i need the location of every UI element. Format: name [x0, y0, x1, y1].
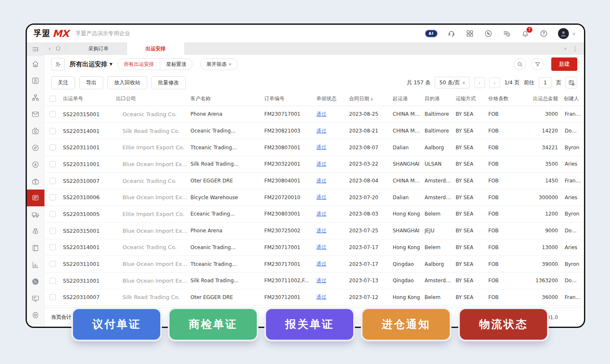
- table-row[interactable]: SS220315001Oceanic Trading Co.Phone Aren…: [44, 106, 584, 123]
- row-checkbox[interactable]: [50, 211, 56, 217]
- sidebar-item-reports-icon[interactable]: [27, 257, 44, 273]
- status-link[interactable]: 通过: [316, 128, 326, 134]
- help-icon[interactable]: [540, 29, 548, 38]
- task-history-icon[interactable]: [503, 29, 511, 38]
- follow-button[interactable]: 关注: [51, 76, 75, 89]
- create-button[interactable]: 新建: [551, 57, 577, 71]
- status-link[interactable]: 通过: [316, 161, 326, 167]
- status-link[interactable]: 通过: [316, 194, 326, 200]
- workflow-button-1[interactable]: 议付单证: [73, 309, 160, 340]
- avatar-chevron-icon[interactable]: ∨: [572, 31, 576, 36]
- sidebar-item-orders-icon[interactable]: [27, 123, 44, 140]
- row-checkbox[interactable]: [50, 244, 56, 250]
- row-checkbox[interactable]: [50, 261, 56, 267]
- workflow-button-5[interactable]: 物流状态: [460, 309, 547, 340]
- apps-grid-icon[interactable]: [466, 29, 474, 38]
- workflow-button-4[interactable]: 进仓通知: [362, 309, 450, 340]
- cell-transport: BY SEA: [456, 278, 488, 283]
- tab-purchase-orders[interactable]: 采购订单: [70, 42, 127, 55]
- table-row[interactable]: SS220311001Blue Ocean Import Export Co.S…: [44, 273, 584, 289]
- sort-icon[interactable]: ▲▼: [371, 97, 373, 101]
- workflow-button-2[interactable]: 商检单证: [169, 309, 257, 340]
- status-link[interactable]: 通过: [316, 261, 326, 267]
- page-size-select[interactable]: 50 条/页 ∨: [435, 77, 470, 88]
- filter-all-shipments[interactable]: 所有出运安排: [118, 59, 160, 70]
- ai-assistant-icon[interactable]: AI: [425, 30, 437, 37]
- row-checkbox[interactable]: [50, 161, 56, 167]
- status-link[interactable]: 通过: [316, 278, 326, 283]
- sidebar-collapse-icon[interactable]: [27, 42, 44, 56]
- status-link[interactable]: 通过: [316, 211, 326, 217]
- status-link[interactable]: 通过: [316, 228, 326, 234]
- table-row[interactable]: SS220314001Oceanic Trading Co.Oceanic Tr…: [44, 239, 584, 256]
- table-row[interactable]: SS220315001Blue Ocean Import Export Co.P…: [44, 223, 584, 239]
- table-row[interactable]: SS220310005Elite Import Export Co.Eceani…: [44, 206, 584, 223]
- recycle-bin-button[interactable]: 放入回收站: [107, 76, 147, 89]
- row-checkbox[interactable]: [50, 278, 56, 284]
- cell-terms: FOB: [488, 128, 520, 134]
- column-settings-icon[interactable]: [566, 77, 577, 88]
- table-row[interactable]: SS220311001Elite Import Export Co.Ttcean…: [44, 139, 584, 156]
- tab-shipping-arrangement[interactable]: 出运安排: [127, 42, 184, 55]
- goto-page-input[interactable]: [539, 77, 552, 88]
- filter-starred-top[interactable]: 星标置顶: [160, 59, 192, 70]
- sidebar-item-shipping-docs-icon[interactable]: [27, 190, 44, 206]
- sidebar-item-finance-case-icon[interactable]: [27, 173, 44, 190]
- status-link[interactable]: 通过: [316, 111, 326, 117]
- view-selector[interactable]: 所有出运安排 ▼: [70, 60, 112, 68]
- sidebar-item-marketing-icon[interactable]: [27, 156, 44, 173]
- row-checkbox[interactable]: [50, 111, 56, 117]
- sidebar-item-home-icon[interactable]: [27, 56, 44, 73]
- headset-support-icon[interactable]: [447, 29, 456, 38]
- topbar: 孚盟 MX 孚盟产品演示专用企业 AI 7: [27, 25, 584, 42]
- sidebar-item-mail-icon[interactable]: [27, 106, 44, 123]
- filter-funnel-icon[interactable]: [531, 58, 544, 70]
- sidebar-item-discover-icon[interactable]: [27, 139, 44, 156]
- table-row[interactable]: SS220311001Blue Ocean Import Export Co.S…: [44, 156, 584, 173]
- status-link[interactable]: 通过: [316, 294, 326, 300]
- whatsapp-icon[interactable]: [484, 29, 493, 38]
- back-chevron-icon[interactable]: ‹: [49, 46, 51, 52]
- status-link[interactable]: 通过: [316, 144, 326, 150]
- kebab-menu-icon[interactable]: ⋮: [572, 45, 578, 52]
- forward-chevron-icon[interactable]: ›: [564, 45, 566, 52]
- sidebar-item-whatsapp-icon[interactable]: [27, 273, 44, 290]
- search-icon[interactable]: [514, 58, 526, 70]
- sidebar-item-funds-icon[interactable]: [27, 223, 44, 240]
- row-checkbox[interactable]: [50, 294, 56, 300]
- sidebar-item-contacts-icon[interactable]: [27, 73, 44, 89]
- row-checkbox[interactable]: [50, 228, 56, 234]
- sidebar-item-workstation-icon[interactable]: [27, 290, 44, 307]
- cell-company: Oceanic Trading Co.: [123, 178, 190, 184]
- user-avatar[interactable]: [558, 28, 569, 39]
- export-button[interactable]: 导出: [79, 76, 103, 89]
- notification-bell-icon[interactable]: 7: [521, 29, 529, 38]
- table-row[interactable]: SS220310007Silk Road Trading Co.Oter EGG…: [44, 289, 584, 306]
- status-link[interactable]: 通过: [316, 244, 326, 250]
- batch-edit-button[interactable]: 批量修改: [151, 76, 186, 89]
- select-all-checkbox[interactable]: [50, 96, 56, 102]
- column-header[interactable]: 合同日期▲▼: [349, 95, 393, 102]
- status-link[interactable]: 通过: [316, 178, 326, 184]
- row-checkbox[interactable]: [50, 194, 56, 200]
- expand-filter-button[interactable]: 展开筛选 ∨: [200, 58, 238, 70]
- owner-filter-button[interactable]: [51, 58, 65, 70]
- sidebar-item-logistics-truck-icon[interactable]: [27, 206, 44, 223]
- table-row[interactable]: SS220310007Oceanic Trading Co.Oter EGGER…: [44, 173, 584, 190]
- row-checkbox[interactable]: [50, 144, 56, 151]
- sidebar-item-org-icon[interactable]: [27, 89, 44, 106]
- workflow-button-3[interactable]: 报关单证: [266, 309, 353, 340]
- table-row[interactable]: SS220310006Blue Ocean Import Export Co.B…: [44, 189, 584, 206]
- table-row[interactable]: SS220311001Blue Ocean Import Export Co.T…: [44, 256, 584, 273]
- sidebar-item-settings-icon[interactable]: [27, 307, 44, 323]
- next-page-button[interactable]: ›: [489, 77, 500, 88]
- row-checkbox[interactable]: [50, 178, 56, 184]
- cell-amount: 3000: [520, 111, 564, 117]
- prev-page-button[interactable]: ‹: [474, 77, 485, 88]
- home-tab-icon[interactable]: [55, 45, 61, 52]
- tab-label: 采购订单: [89, 45, 109, 52]
- table-row[interactable]: SS220314001Silk Road Trading Co.Oceanic …: [44, 123, 584, 140]
- cell-terms: FOB: [488, 178, 520, 184]
- row-checkbox[interactable]: [50, 128, 56, 134]
- sidebar-item-ledger-icon[interactable]: [27, 240, 44, 257]
